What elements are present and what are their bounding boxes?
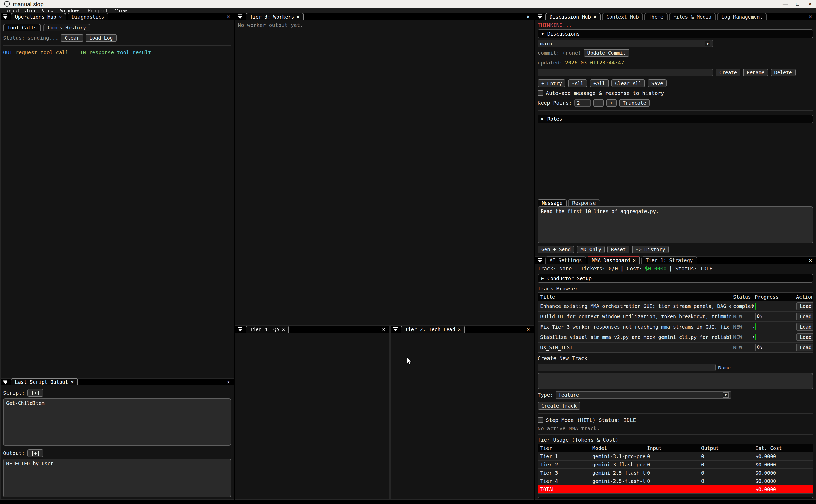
panel-close-icon[interactable]: × bbox=[525, 13, 531, 20]
tab-context-hub[interactable]: Context Hub bbox=[602, 13, 643, 20]
tab-theme[interactable]: Theme bbox=[644, 13, 667, 20]
discussions-section-header[interactable]: ▼ Discussions bbox=[538, 29, 813, 38]
branch-select[interactable]: main ▼ bbox=[538, 40, 713, 47]
status-value: sending... bbox=[27, 35, 58, 41]
collapse-all-button[interactable]: -All bbox=[568, 79, 587, 87]
tab-close-icon[interactable]: × bbox=[458, 327, 461, 331]
branch-name-input[interactable] bbox=[538, 69, 713, 76]
message-textarea[interactable]: Read the first 10 lines of aggregate.py. bbox=[538, 206, 813, 243]
script-expand-button[interactable]: [+] bbox=[27, 389, 43, 397]
panel-menu-icon[interactable] bbox=[3, 14, 8, 20]
load-button[interactable]: Load bbox=[796, 333, 813, 341]
tab-log-management[interactable]: Log Management bbox=[717, 13, 767, 20]
clear-button[interactable]: Clear bbox=[61, 34, 83, 42]
update-commit-button[interactable]: Update Commit bbox=[584, 49, 629, 57]
panel-close-icon[interactable]: × bbox=[807, 13, 814, 20]
panel-close-icon[interactable]: × bbox=[225, 13, 232, 20]
create-track-button[interactable]: Create Track bbox=[538, 402, 580, 410]
tab-discussion-hub[interactable]: Discussion Hub × bbox=[545, 13, 601, 20]
chevron-down-icon: ▼ bbox=[723, 392, 729, 398]
close-button[interactable]: × bbox=[804, 0, 816, 8]
track-name-input[interactable] bbox=[538, 364, 716, 371]
subtab-tool-calls[interactable]: Tool Calls bbox=[3, 24, 41, 31]
tab-diagnostics[interactable]: Diagnostics bbox=[68, 13, 108, 20]
panel-menu-icon[interactable] bbox=[537, 14, 543, 20]
tier-model-config-header[interactable]: ▼ Tier Model Config bbox=[538, 497, 813, 499]
panel-menu-icon[interactable] bbox=[537, 257, 543, 263]
load-button[interactable]: Load bbox=[796, 313, 813, 320]
type-label: Type: bbox=[538, 392, 553, 398]
tab-tier1-strategy[interactable]: Tier 1: Strategy bbox=[642, 256, 697, 264]
output-textbox[interactable]: REJECTED by user bbox=[3, 459, 231, 497]
tier-usage-label: Tier Usage (Tokens & Cost) bbox=[538, 437, 813, 443]
panel-close-icon[interactable]: × bbox=[807, 257, 814, 264]
tab-tier2-tech-lead[interactable]: Tier 2: Tech Lead × bbox=[401, 326, 465, 333]
create-button[interactable]: Create bbox=[716, 69, 741, 76]
tab-close-icon[interactable]: × bbox=[71, 380, 74, 384]
log-out-label: OUT bbox=[3, 50, 12, 55]
script-textbox[interactable]: Get-ChildItem bbox=[3, 398, 231, 446]
track-description-textarea[interactable] bbox=[538, 373, 813, 389]
tab-close-icon[interactable]: × bbox=[593, 15, 596, 19]
panel-menu-icon[interactable] bbox=[3, 379, 8, 385]
tab-close-icon[interactable]: × bbox=[297, 15, 300, 19]
rename-button[interactable]: Rename bbox=[743, 69, 768, 76]
reset-button[interactable]: Reset bbox=[608, 246, 629, 253]
panel-close-icon[interactable]: × bbox=[525, 326, 531, 333]
divider bbox=[538, 434, 813, 435]
tab-operations-hub[interactable]: Operations Hub × bbox=[11, 13, 66, 20]
divider bbox=[538, 413, 813, 414]
to-history-button[interactable]: -> History bbox=[632, 246, 669, 253]
menu-item-view2[interactable]: View bbox=[115, 7, 127, 13]
panel-menu-icon[interactable] bbox=[393, 327, 398, 332]
minimize-button[interactable]: — bbox=[779, 0, 791, 8]
panel-close-icon[interactable]: × bbox=[225, 379, 232, 385]
maximize-button[interactable]: □ bbox=[791, 0, 804, 8]
load-button[interactable]: Load bbox=[796, 344, 813, 351]
tab-close-icon[interactable]: × bbox=[282, 327, 285, 331]
save-button[interactable]: Save bbox=[648, 79, 667, 87]
keep-pairs-minus-button[interactable]: - bbox=[593, 99, 603, 107]
tab-tier3-workers[interactable]: Tier 3: Workers × bbox=[246, 13, 304, 20]
tab-message[interactable]: Message bbox=[538, 199, 567, 206]
track-type-select[interactable]: feature ▼ bbox=[556, 391, 731, 399]
tab-response[interactable]: Response bbox=[568, 199, 600, 206]
keep-pairs-input[interactable] bbox=[574, 99, 591, 107]
tab-tier4-qa[interactable]: Tier 4: QA × bbox=[246, 326, 289, 333]
commit-label: commit: (none) bbox=[538, 50, 581, 56]
tier3-empty-text: No worker output yet. bbox=[238, 22, 531, 28]
expand-all-button[interactable]: +All bbox=[590, 79, 609, 87]
tab-close-icon[interactable]: × bbox=[59, 15, 62, 19]
tool-call-log-line: OUT request tool_callIN response tool_re… bbox=[3, 50, 231, 55]
menu-item-windows[interactable]: Windows bbox=[60, 7, 81, 13]
tab-mma-dashboard[interactable]: MMA Dashboard × bbox=[588, 256, 640, 264]
subtab-comms-history[interactable]: Comms History bbox=[43, 24, 90, 31]
menu-item-view[interactable]: View bbox=[42, 7, 54, 13]
load-log-button[interactable]: Load Log bbox=[86, 34, 117, 42]
tab-last-script-output[interactable]: Last Script Output × bbox=[11, 378, 78, 385]
panel-close-icon[interactable]: × bbox=[381, 326, 387, 333]
menu-item-project[interactable]: Project bbox=[88, 7, 108, 13]
output-expand-button[interactable]: [+] bbox=[27, 449, 43, 457]
md-only-button[interactable]: MD Only bbox=[577, 246, 605, 253]
conductor-setup-header[interactable]: ▶ Conductor Setup bbox=[538, 274, 813, 283]
menu-item-app[interactable]: manual slop bbox=[3, 7, 35, 13]
panel-menu-icon[interactable] bbox=[237, 327, 243, 332]
tab-close-icon[interactable]: × bbox=[633, 258, 636, 262]
panel-menu-icon[interactable] bbox=[237, 14, 243, 20]
load-button[interactable]: Load bbox=[796, 323, 813, 331]
operations-hub-tabstrip: Operations Hub × Diagnostics × bbox=[1, 13, 234, 20]
add-entry-button[interactable]: + Entry bbox=[538, 79, 565, 87]
keep-pairs-plus-button[interactable]: + bbox=[606, 99, 616, 107]
step-mode-checkbox[interactable] bbox=[538, 417, 543, 423]
cost-value: $0.0000 bbox=[645, 266, 666, 271]
truncate-button[interactable]: Truncate bbox=[619, 99, 650, 107]
clear-all-button[interactable]: Clear All bbox=[611, 79, 645, 87]
roles-section-header[interactable]: ▶ Roles bbox=[538, 115, 813, 123]
load-button[interactable]: Load bbox=[796, 302, 813, 310]
delete-button[interactable]: Delete bbox=[771, 69, 796, 76]
autoadd-checkbox[interactable] bbox=[538, 90, 543, 96]
tab-ai-settings[interactable]: AI Settings bbox=[545, 256, 586, 264]
tab-files-media[interactable]: Files & Media bbox=[669, 13, 716, 20]
gen-send-button[interactable]: Gen + Send bbox=[538, 246, 574, 253]
